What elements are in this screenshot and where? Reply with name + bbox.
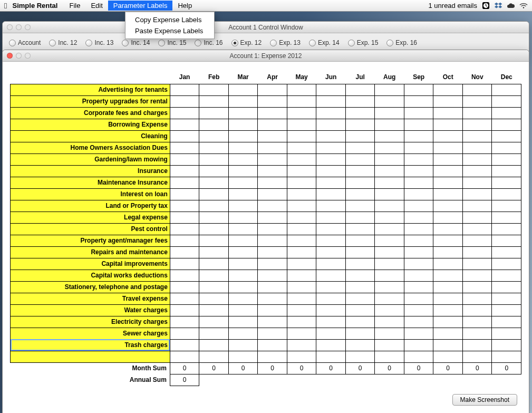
expense-value-cell[interactable] — [199, 270, 229, 281]
expense-value-cell[interactable] — [462, 119, 492, 130]
expense-value-cell[interactable] — [258, 246, 287, 258]
expense-value-cell[interactable] — [345, 142, 375, 153]
annual-sum-value[interactable]: 0 — [170, 374, 199, 386]
radio-exp-12[interactable]: Exp. 12 — [228, 39, 265, 46]
expense-value-cell[interactable] — [316, 130, 346, 142]
expense-value-cell[interactable] — [170, 107, 199, 119]
expense-label-cell[interactable]: Sewer charges — [11, 328, 170, 339]
expense-value-cell[interactable] — [375, 304, 404, 316]
minimize-icon[interactable] — [16, 24, 22, 30]
expense-value-cell[interactable] — [404, 84, 433, 95]
expense-value-cell[interactable] — [258, 328, 287, 339]
expense-value-cell[interactable] — [228, 200, 258, 212]
close-icon[interactable] — [7, 24, 13, 30]
expense-value-cell[interactable] — [199, 328, 229, 339]
radio-exp-13[interactable]: Exp. 13 — [267, 39, 304, 46]
expense-value-cell[interactable] — [404, 316, 433, 328]
expense-label-cell[interactable]: Property upgrades for rental — [11, 95, 170, 107]
expense-value-cell[interactable] — [316, 293, 346, 304]
close-icon[interactable] — [7, 53, 13, 59]
expense-label-cell[interactable]: Trash charges — [11, 339, 170, 351]
expense-value-cell[interactable] — [462, 107, 492, 119]
expense-value-cell[interactable] — [404, 281, 433, 293]
expense-value-cell[interactable] — [345, 177, 375, 188]
expense-value-cell[interactable] — [316, 177, 346, 188]
month-sum-value[interactable]: 0 — [345, 362, 375, 374]
expense-value-cell[interactable] — [462, 177, 492, 188]
expense-value-cell[interactable] — [287, 281, 316, 293]
expense-value-cell[interactable] — [345, 235, 375, 246]
expense-value-cell[interactable] — [492, 339, 521, 351]
dropdown-item-paste-expense-labels[interactable]: Paste Expense Labels — [125, 25, 214, 36]
expense-value-cell[interactable] — [199, 246, 229, 258]
expense-value-cell[interactable] — [345, 165, 375, 177]
expense-value-cell[interactable] — [228, 95, 258, 107]
expense-value-cell[interactable] — [170, 188, 199, 200]
expense-value-cell[interactable] — [492, 270, 521, 281]
expense-value-cell[interactable] — [258, 165, 287, 177]
expense-label-cell[interactable]: Interest on loan — [11, 188, 170, 200]
expense-value-cell[interactable] — [492, 119, 521, 130]
expense-value-cell[interactable] — [433, 235, 463, 246]
expense-value-cell[interactable] — [433, 304, 463, 316]
expense-value-cell[interactable] — [258, 223, 287, 235]
expense-value-cell[interactable] — [345, 293, 375, 304]
expense-value-cell[interactable] — [404, 95, 433, 107]
expense-value-cell[interactable] — [287, 177, 316, 188]
expense-value-cell[interactable] — [287, 142, 316, 153]
expense-value-cell[interactable] — [404, 246, 433, 258]
month-sum-value[interactable]: 0 — [287, 362, 316, 374]
expense-value-cell[interactable] — [433, 339, 463, 351]
expense-value-cell[interactable] — [345, 153, 375, 165]
expense-value-cell[interactable] — [287, 246, 316, 258]
expense-value-cell[interactable] — [433, 246, 463, 258]
expense-value-cell[interactable] — [228, 293, 258, 304]
expense-value-cell[interactable] — [433, 107, 463, 119]
zoom-icon[interactable] — [25, 24, 31, 30]
expense-value-cell[interactable] — [228, 84, 258, 95]
expense-value-cell[interactable] — [199, 200, 229, 212]
expense-value-cell[interactable] — [433, 328, 463, 339]
expense-value-cell[interactable] — [228, 165, 258, 177]
expense-value-cell[interactable] — [375, 212, 404, 223]
radio-inc-16[interactable]: Inc. 16 — [191, 39, 226, 46]
expense-value-cell[interactable] — [316, 188, 346, 200]
expense-value-cell[interactable] — [170, 316, 199, 328]
expense-value-cell[interactable] — [170, 235, 199, 246]
expense-value-cell[interactable] — [228, 119, 258, 130]
expense-value-cell[interactable] — [404, 107, 433, 119]
expense-value-cell[interactable] — [404, 165, 433, 177]
expense-value-cell[interactable] — [492, 107, 521, 119]
expense-value-cell[interactable] — [228, 223, 258, 235]
expense-value-cell[interactable] — [492, 177, 521, 188]
expense-value-cell[interactable] — [228, 107, 258, 119]
expense-value-cell[interactable] — [433, 212, 463, 223]
expense-value-cell[interactable] — [316, 235, 346, 246]
expense-label-cell[interactable]: Gardening/lawn mowing — [11, 153, 170, 165]
expense-label-cell[interactable]: Stationery, telephone and postage — [11, 281, 170, 293]
expense-value-cell[interactable] — [433, 153, 463, 165]
expense-value-cell[interactable] — [287, 84, 316, 95]
expense-value-cell[interactable] — [258, 316, 287, 328]
expense-value-cell[interactable] — [170, 351, 199, 362]
expense-value-cell[interactable] — [199, 130, 229, 142]
expense-value-cell[interactable] — [170, 119, 199, 130]
expense-value-cell[interactable] — [316, 200, 346, 212]
expense-value-cell[interactable] — [287, 304, 316, 316]
expense-value-cell[interactable] — [228, 316, 258, 328]
expense-value-cell[interactable] — [258, 339, 287, 351]
expense-label-cell[interactable]: Corporate fees and charges — [11, 107, 170, 119]
expense-value-cell[interactable] — [492, 95, 521, 107]
expense-value-cell[interactable] — [492, 142, 521, 153]
expense-value-cell[interactable] — [287, 188, 316, 200]
expense-value-cell[interactable] — [462, 200, 492, 212]
expense-value-cell[interactable] — [433, 142, 463, 153]
control-window-titlebar[interactable]: Account 1 Control Window — [3, 22, 529, 33]
expense-value-cell[interactable] — [258, 351, 287, 362]
expense-value-cell[interactable] — [404, 119, 433, 130]
expense-value-cell[interactable] — [345, 351, 375, 362]
expense-value-cell[interactable] — [199, 235, 229, 246]
radio-inc-13[interactable]: Inc. 13 — [82, 39, 117, 46]
expense-value-cell[interactable] — [375, 177, 404, 188]
expense-value-cell[interactable] — [199, 107, 229, 119]
